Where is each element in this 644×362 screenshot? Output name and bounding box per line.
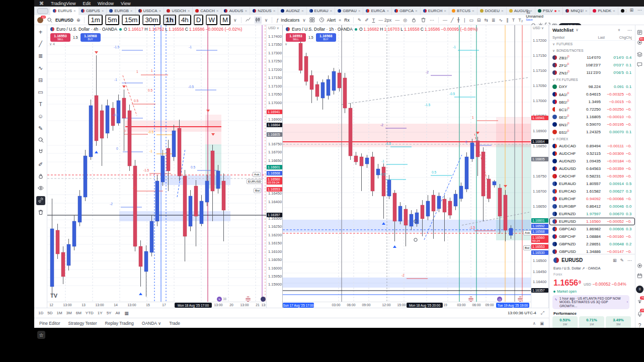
interval-15m[interactable]: 15m	[122, 15, 140, 25]
maximize-chart-icon[interactable]: ⤢	[540, 310, 545, 316]
footer-tab-replay[interactable]: Replay Trading	[105, 321, 134, 326]
mini-tool-5[interactable]: ⊟	[476, 18, 481, 23]
watchlist-title[interactable]: Watchlist	[552, 27, 574, 33]
watchlist-row-eurgbp[interactable]: EURGBP0.864120.000460.0	[549, 203, 635, 210]
mini-tool-1[interactable]: ╱	[450, 18, 454, 23]
tab-close-icon[interactable]: ×	[188, 9, 190, 13]
footer-tab-strategy[interactable]: Strategy Tester	[68, 321, 97, 326]
symbol-tab-eurch[interactable]: EURCH×	[421, 7, 449, 15]
user-avatar[interactable]: 12	[37, 17, 43, 23]
chart-title[interactable]: Euro / U.S. Dollar · 4h · OANDA	[56, 27, 117, 32]
object-tree-count[interactable]: ∨	[285, 42, 287, 46]
tab-close-icon[interactable]: ×	[444, 9, 446, 13]
clock-event-icon[interactable]: ◷	[497, 297, 502, 302]
go-to-date-icon[interactable]: ▦	[124, 311, 129, 316]
watchlist-row-gbpchf[interactable]: GBPCHF1.08884−0.00160−0.	[549, 233, 635, 240]
watchlist-row-6c1![interactable]: 6C1!D0.72250−0.00250−0.	[549, 106, 635, 113]
menu-item-view[interactable]: View	[121, 1, 130, 6]
remove-all-drawings-icon[interactable]	[36, 208, 45, 217]
tab-close-icon[interactable]: ×	[585, 9, 588, 13]
range-1m[interactable]: 1M	[56, 311, 62, 315]
tab-close-icon[interactable]: ×	[130, 9, 133, 13]
session-clock[interactable]: 13:00:36 UTC-4	[508, 311, 536, 315]
axis-currency-label[interactable]: USD ∨	[533, 26, 544, 30]
interval-4h[interactable]: 4h	[179, 15, 191, 25]
mini-tool-4[interactable]: ▭	[468, 18, 474, 23]
section-fx-futures[interactable]: ∨FX FUTURES	[549, 76, 635, 83]
col-symbol[interactable]: Symbol	[552, 35, 583, 40]
mini-tool-2[interactable]: ╂	[457, 18, 460, 23]
save-label[interactable]: Save	[526, 18, 533, 22]
watchlist-row-eurusd[interactable]: EURUSD1.16560−0.00052−0.	[549, 218, 635, 225]
range-5d[interactable]: 5D	[47, 311, 52, 315]
flash-event-icon[interactable]: ϟ	[217, 297, 222, 302]
watchlist-row-6b1![interactable]: 6B1!D1.3495−0.0015−0.	[549, 98, 635, 106]
symbol-tab-dogeu[interactable]: DOGEU×	[477, 7, 507, 15]
watchlist-caret-icon[interactable]: ∨	[576, 28, 579, 32]
range-3m[interactable]: 3M	[66, 311, 72, 315]
mini-tool-11[interactable]: T₂	[518, 18, 523, 23]
col-chg-pct[interactable]: Chg%	[626, 35, 632, 40]
replay-label[interactable]: Rx	[344, 18, 349, 23]
watchlist-row-gbpcad[interactable]: GBPCAD1.869820.006060.3	[549, 225, 635, 233]
tab-close-icon[interactable]: ×	[613, 9, 615, 13]
tab-close-icon[interactable]: ×	[386, 9, 389, 13]
object-tree-count[interactable]: ∨ 4	[49, 42, 55, 46]
compose-icon[interactable]: ✎	[620, 258, 624, 263]
grid-layout-icon[interactable]	[309, 17, 316, 24]
interval-D[interactable]: D	[194, 15, 204, 25]
notifications-icon[interactable]: 20	[636, 311, 643, 318]
watchlist-row-gbpusd[interactable]: GBPUSD1.34886−0.00147−0.	[549, 248, 635, 254]
text-tool-icon[interactable]: T	[36, 100, 45, 109]
replay-rewind-icon[interactable]: «	[338, 18, 342, 23]
range-1y[interactable]: 1Y	[98, 311, 103, 315]
desktop-star-button[interactable]: ☆	[37, 331, 45, 339]
indicators-caret-icon[interactable]: ∨	[302, 18, 306, 23]
interval-5m[interactable]: 5m	[105, 15, 120, 25]
draw-pencil-icon[interactable]: ✎	[357, 18, 362, 23]
zoom-in-tool-icon[interactable]	[36, 136, 45, 145]
watchlist-row-6n1![interactable]: 6N1!D0.59070−0.00195−0.	[549, 121, 635, 128]
interval-1h[interactable]: 1h	[163, 15, 176, 25]
interval-1m[interactable]: 1m	[88, 15, 103, 25]
interval-W[interactable]: W	[206, 15, 217, 25]
watchlist-row-audcad[interactable]: AUDCAD0.89494−0.00111−0.	[549, 142, 635, 150]
tab-close-icon[interactable]: ×	[73, 9, 76, 13]
range-6m[interactable]: 6M	[76, 311, 82, 315]
flag-event-icon[interactable]	[518, 297, 523, 302]
symbol-tab-nzdus[interactable]: NZDUS×	[250, 7, 278, 15]
mini-tool-3[interactable]: ∣	[463, 18, 466, 23]
tab-close-icon[interactable]: ×	[159, 9, 162, 13]
tab-close-icon[interactable]: ×	[358, 9, 361, 13]
time-axis[interactable]: 03:0006:0009:0012:0015:001903:0006:0009:…	[283, 302, 531, 308]
crosshair-icon[interactable]: +	[36, 27, 45, 36]
time-axis[interactable]: 1213:001313:001413:00151713:002013:00211…	[47, 302, 266, 308]
watchlist-row-6a1![interactable]: 6A1!D0.64615−0.00325−0.	[549, 90, 635, 98]
col-last[interactable]: Last	[583, 35, 605, 40]
streams-icon[interactable]: 99+	[636, 39, 643, 47]
watchlist-row-zf1![interactable]: ZF1!D108'23'70'03'70.1	[549, 61, 635, 69]
symbol-tab-gbpus[interactable]: GBPUS×	[78, 7, 107, 15]
watchlist-more-icon[interactable]: ⋯	[627, 28, 632, 33]
add-symbol-icon[interactable]: +	[618, 28, 620, 33]
fib-retracement-icon[interactable]: ≣	[36, 51, 45, 60]
live-streams-icon[interactable]: 76	[636, 298, 643, 306]
lock-all-drawings-icon[interactable]	[36, 172, 45, 181]
emoji-tool-icon[interactable]: ☺	[36, 112, 45, 121]
menu-item-edit[interactable]: Edit	[83, 1, 91, 6]
watchlist-row-cadchf[interactable]: CADCHF0.58231−0.00269−0.	[549, 172, 635, 180]
draw-marker-icon[interactable]: ✐	[364, 18, 369, 23]
range-all[interactable]: All	[115, 311, 120, 315]
magnet-tool-icon[interactable]	[36, 148, 45, 157]
mini-tool-10[interactable]: T	[512, 18, 516, 23]
compare-symbol-icon[interactable]: ⊕	[76, 18, 81, 23]
delete-tool-icon[interactable]	[420, 17, 427, 24]
apple-menu-icon[interactable]: ⌘	[39, 1, 44, 6]
more-tools-icon[interactable]: ⋯	[429, 18, 435, 23]
chat-icon[interactable]	[636, 61, 643, 69]
tab-close-icon[interactable]: ×	[273, 9, 276, 13]
draw-text-icon[interactable]: T	[372, 18, 376, 23]
line-style-icon[interactable]: —	[394, 18, 400, 23]
buy-button[interactable]: 1.16568BUY	[80, 33, 101, 42]
line-width-label[interactable]: — 2px	[378, 18, 392, 23]
